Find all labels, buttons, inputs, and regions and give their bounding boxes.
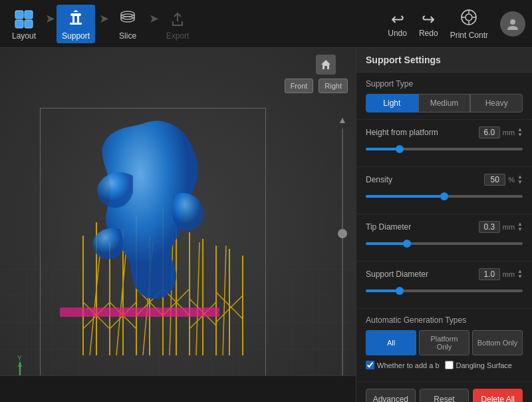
toolbar-slice[interactable]: Slice bbox=[110, 5, 145, 43]
support-diameter-down-arrow[interactable]: ▼ bbox=[517, 274, 523, 280]
toolbar-layout[interactable]: Layout bbox=[7, 5, 41, 43]
support-type-heavy[interactable]: Heavy bbox=[470, 94, 523, 112]
action-buttons-row: Advanced Reset Delete All bbox=[356, 382, 532, 402]
arrow-icon-1: ➤ bbox=[45, 11, 55, 26]
undo-button[interactable]: ↩ Undo bbox=[388, 10, 407, 38]
height-label: Height from platform bbox=[366, 128, 438, 137]
density-spinner[interactable]: ▲ ▼ bbox=[517, 174, 523, 185]
support-label: Support bbox=[62, 31, 90, 41]
support-diameter-spinner[interactable]: ▲ ▼ bbox=[517, 269, 523, 280]
panel-title: Support Settings bbox=[356, 48, 532, 73]
support-settings-panel: Support Settings Support Type Light Medi… bbox=[356, 48, 532, 402]
layout-icon bbox=[12, 7, 36, 31]
slider-thumb[interactable] bbox=[338, 229, 347, 238]
height-value: 6.0 bbox=[479, 126, 500, 138]
nav-cube-right[interactable]: Right bbox=[319, 79, 348, 93]
svg-text:Y: Y bbox=[17, 355, 22, 362]
print-contr-icon bbox=[460, 8, 478, 31]
svg-rect-0 bbox=[15, 11, 23, 19]
tip-diameter-spinner[interactable]: ▲ ▼ bbox=[517, 222, 523, 232]
undo-icon: ↩ bbox=[391, 10, 404, 29]
height-unit: mm bbox=[503, 128, 515, 136]
svg-marker-8 bbox=[73, 10, 78, 12]
support-type-section: Support Type Light Medium Heavy bbox=[356, 73, 532, 120]
support-diameter-label: Support Diameter bbox=[366, 270, 428, 279]
height-slider[interactable] bbox=[366, 148, 523, 150]
support-type-buttons: Light Medium Heavy bbox=[366, 94, 523, 112]
density-slider-row: Density 50 % ▲ ▼ bbox=[366, 174, 523, 200]
support-diameter-section: Support Diameter 1.0 mm ▲ ▼ bbox=[356, 262, 532, 309]
nav-cube-front[interactable]: Front bbox=[285, 79, 314, 93]
support-type-label: Support Type bbox=[366, 79, 523, 89]
toolbar-export[interactable]: Export bbox=[160, 5, 195, 43]
gen-type-all[interactable]: All bbox=[366, 330, 416, 355]
svg-marker-57 bbox=[18, 362, 22, 367]
density-unit: % bbox=[508, 176, 515, 184]
tip-diameter-slider-row: Tip Diameter 0.3 mm ▲ ▼ bbox=[366, 221, 523, 248]
density-value: 50 bbox=[484, 174, 505, 186]
svg-marker-62 bbox=[321, 60, 331, 69]
user-avatar[interactable] bbox=[500, 11, 525, 37]
svg-line-52 bbox=[223, 246, 226, 355]
arrow-icon-2: ➤ bbox=[99, 11, 109, 26]
3d-viewport[interactable]: X Y Z Front Right ▲ bbox=[0, 48, 356, 402]
home-button[interactable] bbox=[316, 55, 336, 75]
checkbox2-label: Dangling Surface bbox=[456, 361, 512, 369]
print-contr-button[interactable]: Print Contr bbox=[450, 8, 488, 40]
arrow-icon-3: ➤ bbox=[149, 11, 159, 26]
svg-line-48 bbox=[116, 249, 126, 355]
viewport-area: X Y Z Front Right ▲ bbox=[0, 48, 356, 402]
reset-button[interactable]: Reset bbox=[420, 389, 469, 402]
vertical-slider[interactable]: ▲ ▼ bbox=[336, 114, 349, 394]
svg-line-47 bbox=[90, 256, 100, 355]
svg-rect-3 bbox=[25, 20, 33, 28]
svg-point-21 bbox=[510, 19, 515, 25]
slider-up-arrow[interactable]: ▲ bbox=[338, 114, 347, 125]
support-type-light[interactable]: Light bbox=[366, 94, 418, 112]
support-type-medium[interactable]: Medium bbox=[418, 94, 471, 112]
height-down-arrow[interactable]: ▼ bbox=[517, 132, 523, 138]
support-diameter-slider[interactable] bbox=[366, 290, 523, 292]
svg-rect-7 bbox=[70, 13, 81, 16]
svg-rect-4 bbox=[70, 23, 82, 25]
height-from-platform-section: Height from platform 6.0 mm ▲ ▼ bbox=[356, 120, 532, 167]
tip-diameter-down-arrow[interactable]: ▼ bbox=[517, 227, 523, 232]
checkbox1[interactable] bbox=[366, 361, 374, 369]
toolbar-support[interactable]: Support bbox=[57, 5, 95, 43]
checkbox2[interactable] bbox=[445, 361, 454, 369]
advanced-button[interactable]: Advanced bbox=[366, 389, 416, 402]
auto-gen-types-section: Automatic Generation Types All Platform … bbox=[356, 309, 532, 382]
checkbox2-item: Dangling Surface bbox=[445, 361, 512, 369]
svg-rect-2 bbox=[15, 20, 23, 28]
tip-diameter-slider[interactable] bbox=[366, 242, 523, 245]
density-label: Density bbox=[366, 175, 392, 184]
main-toolbar: Layout ➤ Support ➤ Slice bbox=[0, 0, 532, 48]
support-diameter-slider-row: Support Diameter 1.0 mm ▲ ▼ bbox=[366, 268, 523, 295]
delete-all-button[interactable]: Delete All bbox=[473, 389, 523, 402]
density-down-arrow[interactable]: ▼ bbox=[517, 180, 523, 185]
gen-type-bottom-only[interactable]: Bottom Only bbox=[472, 330, 523, 355]
slider-track bbox=[342, 128, 343, 380]
slice-icon bbox=[116, 7, 140, 31]
redo-button[interactable]: ↪ Redo bbox=[419, 10, 438, 38]
support-diameter-value: 1.0 bbox=[479, 268, 500, 280]
platform-base bbox=[60, 307, 219, 317]
height-slider-row: Height from platform 6.0 mm ▲ ▼ bbox=[366, 126, 523, 153]
density-section: Density 50 % ▲ ▼ bbox=[356, 167, 532, 214]
toolbar-right-actions: ↩ Undo ↪ Redo Print Contr bbox=[388, 8, 525, 40]
panel-title-text: Support Settings bbox=[366, 55, 441, 65]
checkbox1-label: Whether to add a b bbox=[377, 361, 440, 369]
svg-line-49 bbox=[143, 242, 153, 355]
density-slider[interactable] bbox=[366, 195, 523, 198]
tip-diameter-label: Tip Diameter bbox=[366, 222, 411, 232]
checkbox-row: Whether to add a b Dangling Surface bbox=[366, 361, 523, 369]
height-spinner[interactable]: ▲ ▼ bbox=[517, 127, 523, 138]
undo-label: Undo bbox=[388, 29, 407, 38]
tip-diameter-unit: mm bbox=[503, 223, 515, 231]
redo-label: Redo bbox=[419, 29, 438, 38]
gen-type-platform-only[interactable]: Platform Only bbox=[419, 330, 469, 355]
svg-rect-1 bbox=[25, 11, 33, 19]
print-contr-label: Print Contr bbox=[450, 31, 488, 40]
svg-line-51 bbox=[196, 242, 200, 355]
support-diameter-unit: mm bbox=[503, 270, 515, 278]
